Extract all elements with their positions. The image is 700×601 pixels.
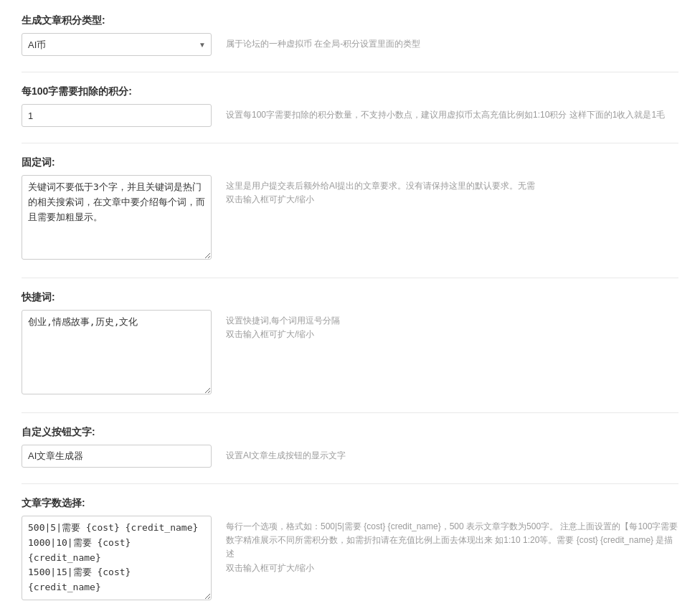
section-fixed-words: 固定词: 关键词不要低于3个字，并且关键词是热门 的相关搜索词，在文章中要介绍每… [22,156,678,262]
page-wrapper: 生成文章积分类型: AI币 ▼ 属于论坛的一种虚拟币 在全局-积分设置里面的类型… [0,0,700,601]
section5-label: 自定义按钮文字: [22,426,678,439]
section4-row: 创业,情感故事,历史,文化 设置快捷词,每个词用逗号分隔 双击输入框可扩大/缩小 [22,310,678,397]
section-custom-button: 自定义按钮文字: 设置AI文章生成按钮的显示文字 [22,426,678,468]
divider4 [22,412,678,413]
section1-input-col: AI币 ▼ [22,33,212,56]
section6-hint: 每行一个选项，格式如：500|5|需要 {cost} {credit_name}… [226,516,678,575]
word-count-textarea[interactable]: 500|5|需要 {cost} {credit_name} 1000|10|需要… [22,516,212,600]
section1-hint: 属于论坛的一种虚拟币 在全局-积分设置里面的类型 [226,33,678,51]
section3-hint2: 双击输入框可扩大/缩小 [226,194,314,204]
section3-label: 固定词: [22,156,678,169]
shortcut-words-textarea[interactable]: 创业,情感故事,历史,文化 [22,310,212,394]
section-points-per-100: 每100字需要扣除的积分: 设置每100字需要扣除的积分数量，不支持小数点，建议… [22,85,678,127]
section2-row: 设置每100字需要扣除的积分数量，不支持小数点，建议用虚拟币太高充值比例如1:1… [22,104,678,127]
section4-hint2: 双击输入框可扩大/缩小 [226,329,314,339]
section2-label: 每100字需要扣除的积分: [22,85,678,98]
section3-hint1: 这里是用户提交表后额外给AI提出的文章要求。没有请保持这里的默认要求。无需 [226,181,535,191]
credit-type-select[interactable]: AI币 [22,33,212,56]
section3-hint: 这里是用户提交表后额外给AI提出的文章要求。没有请保持这里的默认要求。无需 双击… [226,175,678,207]
section2-input-col [22,104,212,127]
section4-input-col: 创业,情感故事,历史,文化 [22,310,212,397]
section6-input-col: 500|5|需要 {cost} {credit_name} 1000|10|需要… [22,516,212,601]
divider2 [22,143,678,143]
section3-row: 关键词不要低于3个字，并且关键词是热门 的相关搜索词，在文章中要介绍每个词，而 … [22,175,678,262]
section2-hint: 设置每100字需要扣除的积分数量，不支持小数点，建议用虚拟币太高充值比例如1:1… [226,104,678,122]
points-per-100-input[interactable] [22,104,212,127]
section4-hint: 设置快捷词,每个词用逗号分隔 双击输入框可扩大/缩小 [226,310,678,341]
section4-hint1: 设置快捷词,每个词用逗号分隔 [226,316,340,326]
section6-row: 500|5|需要 {cost} {credit_name} 1000|10|需要… [22,516,678,601]
credit-type-select-wrapper: AI币 ▼ [22,33,212,56]
custom-button-input[interactable] [22,445,212,468]
section4-label: 快捷词: [22,291,678,304]
fixed-words-textarea[interactable]: 关键词不要低于3个字，并且关键词是热门 的相关搜索词，在文章中要介绍每个词，而 … [22,175,212,260]
divider3 [22,278,678,278]
section-shortcut-words: 快捷词: 创业,情感故事,历史,文化 设置快捷词,每个词用逗号分隔 双击输入框可… [22,291,678,397]
section-word-count: 文章字数选择: 500|5|需要 {cost} {credit_name} 10… [22,497,678,601]
section6-hint2: 数字精准展示不同所需积分数，如需折扣请在充值比例上面去体现出来 如1:10 1:… [226,535,673,559]
section1-row: AI币 ▼ 属于论坛的一种虚拟币 在全局-积分设置里面的类型 [22,33,678,56]
section6-hint1: 每行一个选项，格式如：500|5|需要 {cost} {credit_name}… [226,521,678,531]
section6-label: 文章字数选择: [22,497,678,510]
divider5 [22,483,678,484]
section3-input-col: 关键词不要低于3个字，并且关键词是热门 的相关搜索词，在文章中要介绍每个词，而 … [22,175,212,262]
section6-hint3: 双击输入框可扩大/缩小 [226,563,314,573]
section-credit-type: 生成文章积分类型: AI币 ▼ 属于论坛的一种虚拟币 在全局-积分设置里面的类型 [22,14,678,56]
divider1 [22,72,678,72]
section1-label: 生成文章积分类型: [22,14,678,27]
section5-input-col [22,445,212,468]
section5-hint: 设置AI文章生成按钮的显示文字 [226,445,678,463]
section5-row: 设置AI文章生成按钮的显示文字 [22,445,678,468]
